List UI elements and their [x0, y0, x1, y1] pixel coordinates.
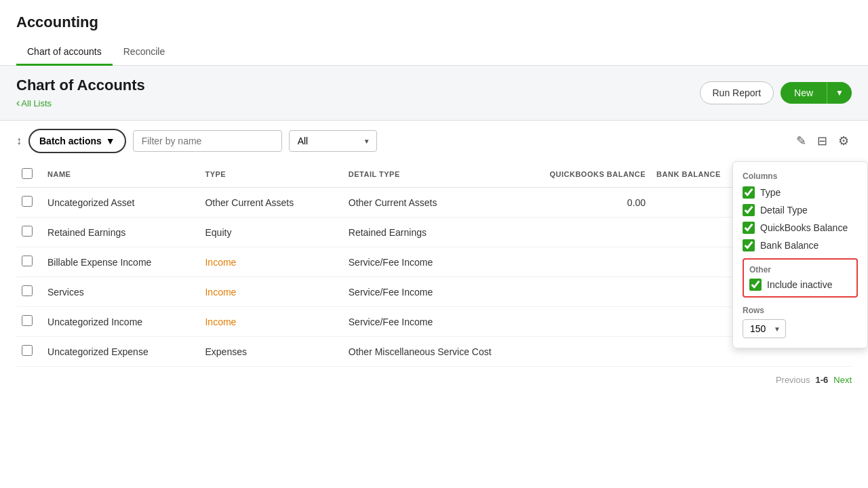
new-button-group: New ▼	[781, 82, 852, 104]
detail-type-column-item: Detail Type	[743, 204, 858, 216]
batch-actions-button[interactable]: Batch actions ▼	[28, 129, 126, 153]
table-row: Services Income Service/Fee Income	[16, 277, 852, 307]
bank-balance-column-item: Bank Balance	[743, 239, 858, 251]
row-checkbox[interactable]	[22, 256, 33, 266]
row-name: Uncategorized Asset	[42, 188, 199, 218]
row-bank-balance	[651, 307, 737, 337]
run-report-button[interactable]: Run Report	[700, 81, 774, 104]
row-qb-balance	[544, 277, 651, 307]
bank-balance-column-label[interactable]: Bank Balance	[760, 240, 818, 251]
table-area: NAME TYPE DETAIL TYPE QUICKBOOKS BALANCE…	[0, 161, 868, 367]
row-name: Uncategorized Income	[42, 307, 199, 337]
page-header: Chart of Accounts All Lists Run Report N…	[0, 66, 868, 121]
table-row: Uncategorized Asset Other Current Assets…	[16, 188, 852, 218]
settings-icon-button[interactable]: ⚙	[835, 131, 852, 151]
row-type: Other Current Assets	[199, 188, 342, 218]
detail-type-column-label[interactable]: Detail Type	[760, 205, 808, 216]
print-icon-button[interactable]: ⊟	[814, 131, 830, 151]
page-title: Chart of Accounts	[16, 77, 145, 94]
row-qb-balance	[544, 307, 651, 337]
page-header-left: Chart of Accounts All Lists	[16, 77, 145, 109]
select-all-checkbox[interactable]	[22, 168, 33, 179]
row-qb-balance	[544, 218, 651, 247]
accounts-table: NAME TYPE DETAIL TYPE QUICKBOOKS BALANCE…	[16, 161, 852, 367]
other-section: Other Include inactive	[743, 258, 858, 298]
sort-icon[interactable]: ↕	[16, 135, 22, 147]
filter-by-name-input[interactable]	[133, 130, 282, 152]
row-checkbox[interactable]	[22, 345, 33, 356]
batch-actions-dropdown-icon: ▼	[106, 136, 115, 146]
new-button-dropdown-arrow[interactable]: ▼	[827, 82, 852, 104]
rows-section-title: Rows	[743, 306, 858, 315]
row-bank-balance	[651, 277, 737, 307]
top-bar: Accounting	[0, 0, 868, 39]
edit-icon-button[interactable]: ✎	[793, 131, 809, 151]
row-qb-balance: 0.00	[544, 188, 651, 218]
row-detail-type: Service/Fee Income	[343, 247, 544, 277]
row-detail-type: Other Miscellaneous Service Cost	[343, 337, 544, 367]
row-qb-balance	[544, 247, 651, 277]
pagination: Previous 1-6 Next	[0, 367, 868, 393]
row-name: Uncategorized Expense	[42, 337, 199, 367]
row-bank-balance	[651, 218, 737, 247]
breadcrumb[interactable]: All Lists	[16, 97, 145, 109]
type-column-checkbox[interactable]	[743, 186, 755, 199]
new-button[interactable]: New	[781, 82, 827, 104]
detail-type-column-checkbox[interactable]	[743, 204, 755, 216]
tab-reconcile[interactable]: Reconcile	[113, 39, 176, 66]
row-checkbox[interactable]	[22, 196, 33, 207]
row-type: Income	[199, 277, 342, 307]
app-container: Accounting Chart of accounts Reconcile C…	[0, 0, 868, 393]
row-detail-type: Retained Earnings	[343, 218, 544, 247]
page-header-right: Run Report New ▼	[700, 81, 852, 104]
type-select-wrapper: All Assets Liabilities Equity Income Exp…	[289, 130, 377, 152]
row-type: Expenses	[199, 337, 342, 367]
type-column-label[interactable]: Type	[760, 187, 781, 198]
rows-section: Rows 50 100 150 200	[743, 306, 858, 338]
toolbar: ↕ Batch actions ▼ All Assets Liabilities…	[0, 121, 868, 161]
bank-balance-column-checkbox[interactable]	[743, 239, 755, 251]
other-section-title: Other	[749, 265, 851, 274]
table-row: Uncategorized Income Income Service/Fee …	[16, 307, 852, 337]
row-name: Services	[42, 277, 199, 307]
include-inactive-label[interactable]: Include inactive	[767, 279, 833, 290]
table-row: Retained Earnings Equity Retained Earnin…	[16, 218, 852, 247]
row-detail-type: Service/Fee Income	[343, 307, 544, 337]
row-detail-type: Other Current Assets	[343, 188, 544, 218]
tab-chart-of-accounts[interactable]: Chart of accounts	[16, 39, 113, 66]
app-title: Accounting	[16, 14, 852, 39]
tabs-bar: Chart of accounts Reconcile	[0, 39, 868, 66]
rows-select[interactable]: 50 100 150 200	[743, 319, 786, 338]
row-qb-balance	[544, 337, 651, 367]
include-inactive-item: Include inactive	[749, 279, 851, 291]
include-inactive-checkbox[interactable]	[749, 279, 762, 291]
row-name: Retained Earnings	[42, 218, 199, 247]
qb-balance-column-label[interactable]: QuickBooks Balance	[760, 222, 848, 233]
row-detail-type: Service/Fee Income	[343, 277, 544, 307]
row-bank-balance	[651, 188, 737, 218]
row-name: Billable Expense Income	[42, 247, 199, 277]
row-checkbox[interactable]	[22, 226, 33, 237]
table-row: Billable Expense Income Income Service/F…	[16, 247, 852, 277]
row-type: Income	[199, 307, 342, 337]
row-bank-balance	[651, 247, 737, 277]
rows-select-wrapper: 50 100 150 200	[743, 319, 786, 338]
columns-section-title: Columns	[743, 171, 858, 181]
page-range: 1-6	[815, 375, 828, 385]
row-checkbox[interactable]	[22, 285, 33, 296]
type-column-item: Type	[743, 186, 858, 199]
row-bank-balance	[651, 337, 737, 367]
row-type: Income	[199, 247, 342, 277]
type-select[interactable]: All Assets Liabilities Equity Income Exp…	[289, 130, 377, 152]
toolbar-right-icons: ✎ ⊟ ⚙	[793, 131, 852, 151]
qb-balance-column-checkbox[interactable]	[743, 222, 755, 234]
previous-label[interactable]: Previous	[776, 375, 810, 385]
qb-balance-column-item: QuickBooks Balance	[743, 222, 858, 234]
next-label[interactable]: Next	[833, 375, 852, 385]
row-checkbox[interactable]	[22, 315, 33, 326]
row-type: Equity	[199, 218, 342, 247]
table-row: Uncategorized Expense Expenses Other Mis…	[16, 337, 852, 367]
